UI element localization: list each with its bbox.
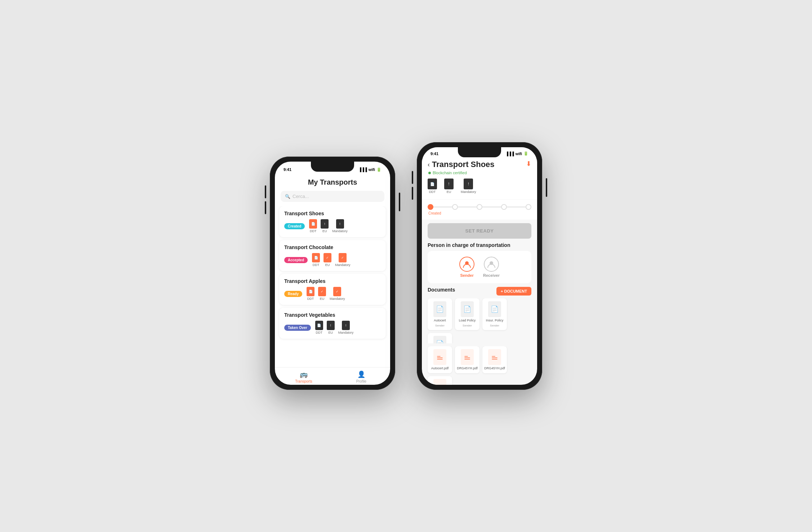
sender-label: Sender — [460, 273, 473, 278]
back-arrow-icon[interactable]: ‹ — [428, 161, 430, 168]
transport-card-apples[interactable]: Transport Apples Ready 📄 DDT ✓ EU — [279, 274, 386, 305]
eu-header-label: EU — [447, 190, 451, 194]
eu-icon-chocolate: ✓ — [324, 253, 331, 262]
transport-meta-shoes: Created 📄 DDT ! EU — [284, 219, 381, 233]
doc-card-drg45yh-1-pdf[interactable]: DRG45YH.pdf — [455, 346, 479, 373]
transport-meta-apples: Ready 📄 DDT ✓ EU — [284, 287, 381, 301]
mandatory-label-vegetables: Mandatory — [338, 331, 354, 334]
doc-card-loadpo-placeholder[interactable]: 📄 Load Po... Sende... — [428, 333, 452, 343]
search-bar[interactable]: 🔍 Cerca... — [281, 191, 384, 202]
doc-ddt-shoes: 📄 DDT — [309, 219, 317, 233]
doc-placeholder-icon-4: 📄 — [433, 336, 446, 343]
back-row: ‹ Transport Shoes — [428, 160, 495, 169]
status-badge-chocolate: Accepted — [284, 257, 308, 263]
ddt-icon-shoes: 📄 — [309, 219, 317, 229]
mandatory-icon-vegetables: ! — [342, 321, 350, 330]
doc-mandatory-chocolate: ✓ Mandatory — [335, 253, 351, 267]
transports-nav-icon: 🚌 — [300, 370, 308, 378]
docs-section-header: Documents + DOCUMENT — [422, 287, 537, 296]
doc-mandatory-vegetables: ! Mandatory — [338, 321, 354, 334]
doc-mandatory-shoes: ! Mandatory — [332, 219, 348, 233]
bottom-nav-left: 🚌 Transports 👤 Profile — [275, 367, 390, 385]
transport-card-chocolate[interactable]: Transport Chocolate Accepted 📄 DDT ✓ — [279, 240, 386, 271]
profile-nav-label: Profile — [356, 379, 366, 383]
status-badge-apples: Ready — [284, 291, 302, 297]
progress-line-1 — [433, 207, 452, 207]
ddt-label-vegetables: DDT — [316, 331, 322, 334]
doc-eu-chocolate: ✓ EU — [324, 253, 331, 267]
docs-header-icons: 📄 DDT ! EU ! Mandatory — [428, 179, 531, 194]
screen-right: 9:41 ▐▐▐ wifi 🔋 ‹ Transport Shoes — [422, 147, 537, 385]
wifi-icon-right: wifi — [516, 152, 522, 156]
battery-icon-right: 🔋 — [523, 151, 528, 156]
nav-transports[interactable]: 🚌 Transports — [275, 370, 333, 383]
download-icon[interactable]: ⬇ — [526, 160, 531, 168]
progress-dot-5 — [526, 204, 531, 210]
progress-line-3 — [482, 207, 501, 207]
transport-meta-vegetables: Taken Over 📄 DDT ! EU — [284, 321, 381, 334]
doc-file-icon-4 — [433, 379, 446, 385]
svg-rect-4 — [491, 352, 499, 362]
ddt-header-label: DDT — [429, 190, 436, 194]
doc-eu-vegetables: ! EU — [327, 321, 335, 334]
page-title-left: My Transports — [275, 175, 390, 191]
doc-file-name-2: DRG45YH.pdf — [457, 366, 478, 370]
volume-up-button-right — [412, 171, 413, 184]
receiver-item[interactable]: Receiver — [483, 257, 500, 278]
blockchain-dot — [428, 172, 431, 174]
transport-name-chocolate: Transport Chocolate — [284, 244, 381, 250]
doc-file-icon-2 — [461, 349, 474, 365]
status-icons-right: ▐▐▐ wifi 🔋 — [505, 151, 528, 156]
screen-left: 9:41 ▐▐▐ wifi 🔋 My Transports 🔍 Cerca... — [275, 162, 390, 385]
doc-file-icon-3 — [488, 349, 501, 365]
doc-ddt-apples: 📄 DDT — [307, 287, 314, 301]
status-icons-left: ▐▐▐ wifi 🔋 — [358, 167, 382, 172]
doc-eu-shoes: ! EU — [321, 219, 329, 233]
doc-card-loadpoli-pdf[interactable]: LoadPoli... — [428, 376, 452, 385]
doc-placeholder-sub-2: Sender — [463, 324, 472, 327]
eu-header-icon: ! — [444, 179, 454, 189]
doc-icons-vegetables: 📄 DDT ! EU ! Mandatory — [315, 321, 354, 334]
doc-placeholder-sub-1: Sender — [435, 324, 445, 327]
doc-mandatory-header: ! Mandatory — [461, 179, 476, 194]
search-icon: 🔍 — [285, 194, 290, 199]
eu-icon-vegetables: ! — [327, 321, 335, 330]
blockchain-text: Blockchain certified — [433, 171, 467, 175]
eu-label-vegetables: EU — [328, 331, 333, 334]
doc-placeholder-name-1: Autocert — [434, 319, 446, 323]
doc-ddt-header: 📄 DDT — [428, 179, 437, 194]
progress-dot-1 — [428, 204, 433, 210]
set-ready-button[interactable]: SET READY — [428, 223, 531, 239]
doc-placeholder-sub-3: Sender — [490, 324, 499, 327]
transport-name-vegetables: Transport Vegetables — [284, 312, 381, 318]
doc-placeholder-name-3: Insur. Policy — [486, 319, 504, 323]
scene: 9:41 ▐▐▐ wifi 🔋 My Transports 🔍 Cerca... — [248, 121, 564, 411]
ddt-icon-apples: 📄 — [307, 287, 314, 296]
transport-card-shoes[interactable]: Transport Shoes Created 📄 DDT ! EU — [279, 206, 386, 237]
doc-card-autocert-pdf[interactable]: Autocert.pdf — [428, 346, 452, 373]
mandatory-label-apples: Mandatory — [330, 297, 345, 301]
doc-card-loadpolicy-placeholder[interactable]: 📄 Load Policy Sender — [455, 298, 479, 330]
doc-card-autocert-placeholder[interactable]: 📄 Autocert Sender — [428, 298, 452, 330]
ddt-label-shoes: DDT — [310, 229, 317, 233]
transport-card-vegetables[interactable]: Transport Vegetables Taken Over 📄 DDT ! — [279, 308, 386, 339]
progress-dot-4 — [501, 204, 507, 210]
time-left: 9:41 — [284, 167, 291, 172]
add-document-button[interactable]: + DOCUMENT — [496, 287, 531, 296]
ddt-icon-chocolate: 📄 — [312, 253, 320, 262]
progress-dot-3 — [477, 204, 482, 210]
transport-meta-chocolate: Accepted 📄 DDT ✓ EU — [284, 253, 381, 267]
sender-avatar — [459, 257, 474, 272]
doc-card-drg45yh-2-pdf[interactable]: DRG45YH.pdf — [482, 346, 507, 373]
svg-rect-3 — [463, 352, 471, 362]
person-section-title: Person in charge of transportation — [422, 242, 537, 248]
signal-icon: ▐▐▐ — [358, 167, 367, 172]
sender-item[interactable]: Sender — [459, 257, 474, 278]
mandatory-icon-shoes: ! — [336, 219, 344, 229]
volume-up-button — [265, 185, 266, 198]
status-badge-vegetables: Taken Over — [284, 325, 311, 331]
eu-label-chocolate: EU — [325, 263, 330, 267]
doc-card-insurpolicy-placeholder[interactable]: 📄 Insur. Policy Sender — [482, 298, 507, 330]
nav-profile[interactable]: 👤 Profile — [333, 370, 390, 383]
doc-placeholder-name-2: Load Policy — [459, 319, 476, 323]
